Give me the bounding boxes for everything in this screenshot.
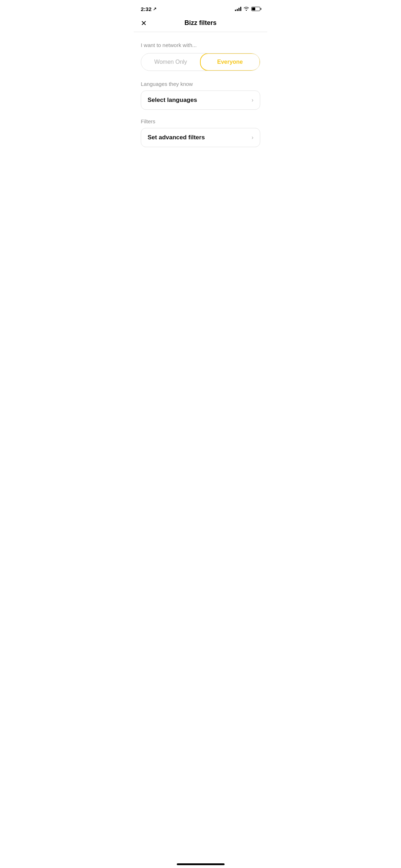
status-bar: 2:32 ↗ bbox=[134, 0, 267, 16]
select-languages-label: Select languages bbox=[148, 97, 197, 104]
location-arrow-icon: ↗ bbox=[153, 6, 156, 11]
everyone-label: Everyone bbox=[217, 59, 243, 65]
battery-icon bbox=[251, 7, 260, 11]
filters-section-title: Filters bbox=[141, 118, 260, 124]
filters-chevron-icon: › bbox=[252, 134, 253, 141]
advanced-filters-label: Set advanced filters bbox=[148, 134, 205, 141]
everyone-option[interactable]: Everyone bbox=[200, 53, 261, 71]
advanced-filters-button[interactable]: Set advanced filters › bbox=[141, 128, 260, 147]
network-toggle[interactable]: Women Only Everyone bbox=[141, 53, 260, 71]
page-title: Bizz filters bbox=[184, 19, 216, 27]
languages-chevron-icon: › bbox=[252, 97, 253, 103]
main-content: I want to network with... Women Only Eve… bbox=[134, 32, 267, 147]
select-languages-button[interactable]: Select languages › bbox=[141, 91, 260, 110]
signal-icon bbox=[235, 7, 241, 11]
page-header: ✕ Bizz filters bbox=[134, 16, 267, 32]
status-icons bbox=[235, 6, 260, 12]
close-button[interactable]: ✕ bbox=[141, 20, 147, 27]
network-section: I want to network with... Women Only Eve… bbox=[141, 42, 260, 71]
network-section-label: I want to network with... bbox=[141, 42, 260, 48]
women-only-option[interactable]: Women Only bbox=[141, 53, 200, 71]
wifi-icon bbox=[243, 6, 249, 12]
women-only-label: Women Only bbox=[154, 59, 187, 65]
filters-section: Filters Set advanced filters › bbox=[141, 118, 260, 147]
status-time: 2:32 ↗ bbox=[141, 6, 156, 12]
languages-section: Languages they know Select languages › bbox=[141, 81, 260, 110]
languages-section-title: Languages they know bbox=[141, 81, 260, 87]
time-text: 2:32 bbox=[141, 6, 151, 12]
